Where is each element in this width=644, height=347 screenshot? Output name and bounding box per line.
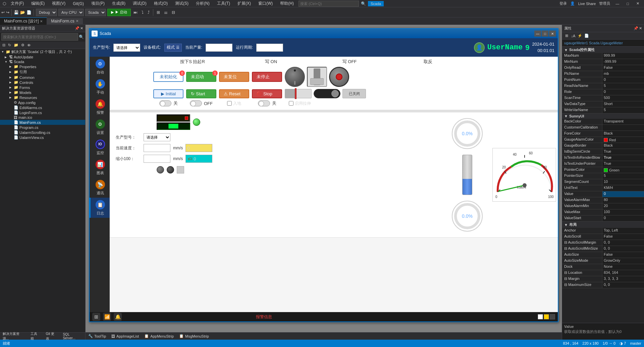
- live-share-label[interactable]: Live Share: [578, 2, 596, 6]
- stretch-checkbox[interactable]: [289, 101, 293, 106]
- close-button[interactable]: ✕: [634, 1, 641, 6]
- tree-item-resources[interactable]: ▶ 📁 Resources: [0, 95, 85, 100]
- mode-dropdown-icon[interactable]: ☰: [176, 45, 179, 50]
- file-menu[interactable]: 文件(F): [8, 0, 26, 7]
- cpu-select[interactable]: Any CPU: [58, 9, 84, 16]
- scale-input[interactable]: [144, 155, 170, 163]
- prop-autoscrollmargin-value[interactable]: 0, 0: [602, 240, 644, 246]
- props-pin-icon[interactable]: 📌: [634, 26, 638, 31]
- prop-minnum-value[interactable]: -999.99: [602, 59, 644, 65]
- layout-icon[interactable]: ⊞: [155, 10, 161, 15]
- debug-menu[interactable]: 调试(D): [130, 0, 149, 7]
- prop-forecolor-value[interactable]: Black: [602, 131, 644, 137]
- tree-item-forms[interactable]: ▶ 📁 Forms: [0, 85, 85, 90]
- start-button[interactable]: ▶ ▶ 启动: [107, 9, 131, 16]
- tree-item-solution[interactable]: ▼ 📁 解决方案 'Scada' (2 个项目，共 2 个): [0, 49, 85, 55]
- prop-valuealarmmax-value[interactable]: 80: [602, 197, 644, 203]
- toggle-off-2[interactable]: OFF: [186, 100, 216, 106]
- toggle-off-1[interactable]: 关: [153, 100, 183, 106]
- format-menu[interactable]: 格式(O): [151, 0, 170, 7]
- prop-writevarname-value[interactable]: 5: [602, 107, 644, 113]
- prop-autosize-value[interactable]: False: [602, 252, 644, 258]
- prop-location-value[interactable]: 834, 164: [602, 270, 644, 276]
- rotary-knob-2[interactable]: [329, 67, 349, 87]
- dark-toggle[interactable]: [314, 89, 340, 98]
- nav-log[interactable]: 📋 日志: [90, 198, 110, 218]
- tree-item-appconfig[interactable]: ⚙ App.config: [0, 100, 85, 105]
- prop-maximumsize-value[interactable]: 0, 0: [602, 282, 644, 288]
- tree-item-ualarmscrolling[interactable]: 📄 UalarmScrolling.cs: [0, 130, 85, 135]
- prop-vardatatype-value[interactable]: Short: [602, 101, 644, 107]
- minimize-button[interactable]: —: [613, 2, 621, 6]
- git-menu[interactable]: Git(G): [70, 1, 87, 7]
- toolbox-appmenustrip[interactable]: 📋 AppMenuStrip: [144, 334, 174, 338]
- tree-item-editalarms[interactable]: 📄 EditAlarms.cs: [0, 105, 85, 110]
- refresh-icon[interactable]: ↻: [7, 43, 12, 47]
- tree-item-controls[interactable]: ▶ 📁 Controls: [0, 80, 85, 85]
- tree-item-models[interactable]: ▶ 📁 Models: [0, 90, 85, 95]
- tab-git-changes[interactable]: Git 更改: [43, 331, 60, 342]
- search-input[interactable]: [299, 1, 359, 7]
- props-pages-icon[interactable]: 📄: [584, 33, 590, 39]
- project-menu[interactable]: 项目(P): [89, 0, 107, 7]
- prop-maxnum-value[interactable]: 999.99: [602, 53, 644, 59]
- prop-plcname-value[interactable]: mb: [602, 71, 644, 77]
- prop-isbigsemicircle-value[interactable]: True: [602, 149, 644, 155]
- prop-role-value[interactable]: 0: [602, 89, 644, 95]
- prop-pointersize-value[interactable]: 5: [602, 173, 644, 179]
- solution-search-icon[interactable]: 🔍: [79, 35, 84, 39]
- form-maximize-button[interactable]: □: [542, 31, 548, 37]
- cycle-input[interactable]: [256, 44, 283, 52]
- prop-autoscroll-value[interactable]: False: [602, 234, 644, 240]
- rotary-knob-1[interactable]: [285, 67, 305, 87]
- prop-backcolor-value[interactable]: Transparent: [602, 119, 644, 125]
- section-sunnyui[interactable]: ▼ SunnyUI: [562, 113, 644, 119]
- props-alphabetical-icon[interactable]: ↓A: [570, 33, 576, 39]
- close-panel-icon[interactable]: ✕: [80, 26, 83, 31]
- tree-item-references[interactable]: ▶ 📁 引用: [0, 69, 85, 75]
- collapse-all-icon[interactable]: ⊟: [1, 43, 6, 47]
- prop-autosizemode-value[interactable]: GrowOnly: [602, 258, 644, 264]
- prop-readvarname-value[interactable]: 5: [602, 83, 644, 89]
- properties-icon[interactable]: ⚙: [20, 43, 25, 47]
- nav-chart[interactable]: 📊 图表: [90, 157, 110, 178]
- open-icon[interactable]: 📂: [20, 10, 25, 15]
- nav-comms[interactable]: 📡 通讯: [90, 178, 110, 198]
- prop-autoscrollminsize-value[interactable]: 0, 0: [602, 246, 644, 252]
- analyze-menu[interactable]: 分析(N): [193, 0, 212, 7]
- toggle-display-1[interactable]: [307, 67, 327, 87]
- btn-unstop[interactable]: 未停止: [252, 72, 282, 82]
- window-menu[interactable]: 窗口(W): [256, 0, 275, 7]
- extensions-menu[interactable]: 扩展(X): [235, 0, 254, 7]
- tab-mainform-design[interactable]: MainForm.cs [设计] ✕: [0, 17, 47, 25]
- wifi-icon[interactable]: 📶: [103, 313, 111, 321]
- debug-config-select[interactable]: Debug: [36, 9, 57, 16]
- prop-unittext-value[interactable]: KM/H: [602, 185, 644, 191]
- tree-item-scada[interactable]: ▼ 🏗 Scada: [0, 59, 85, 64]
- form-close-button[interactable]: ✕: [549, 31, 556, 37]
- btn-unreset[interactable]: 未复位: [219, 72, 249, 82]
- tab-toolbox[interactable]: 工具箱: [28, 331, 43, 342]
- prop-segmentcount-value[interactable]: 10: [602, 179, 644, 185]
- prop-gaugeborder-value[interactable]: Black: [602, 143, 644, 149]
- btn-reset[interactable]: ⚠ Reset: [219, 89, 249, 98]
- nav-settings[interactable]: ⚙ 设置: [90, 117, 110, 137]
- tab-sql-server[interactable]: SQL Server...: [60, 332, 85, 341]
- prop-istextinforenderblow-value[interactable]: True: [602, 155, 644, 161]
- gray-button-display[interactable]: 已关闭: [342, 89, 366, 98]
- tree-item-loginform[interactable]: 📄 LoginForm.cs: [0, 110, 85, 115]
- maximize-button[interactable]: □: [625, 2, 631, 6]
- step-over-icon[interactable]: ⏭: [132, 10, 139, 15]
- align-icon[interactable]: ⚌: [163, 10, 169, 15]
- undo-icon[interactable]: ↩: [1, 10, 5, 15]
- tab-close-cs[interactable]: ✕: [76, 19, 78, 23]
- tree-item-properties[interactable]: ▶ 📁 Properties: [0, 64, 85, 69]
- btn-start[interactable]: ↻ Start: [186, 89, 216, 98]
- btn-uninit[interactable]: 未初始化 0: [153, 72, 183, 82]
- solution-search-input[interactable]: [1, 33, 78, 41]
- prop-valuealarmmin-value[interactable]: 20: [602, 203, 644, 209]
- search-icon[interactable]: 🔍: [361, 1, 366, 6]
- project-select[interactable]: Scada: [85, 9, 106, 16]
- redo-icon[interactable]: ↪: [6, 10, 9, 15]
- prop-scantime-value[interactable]: 500: [602, 95, 644, 101]
